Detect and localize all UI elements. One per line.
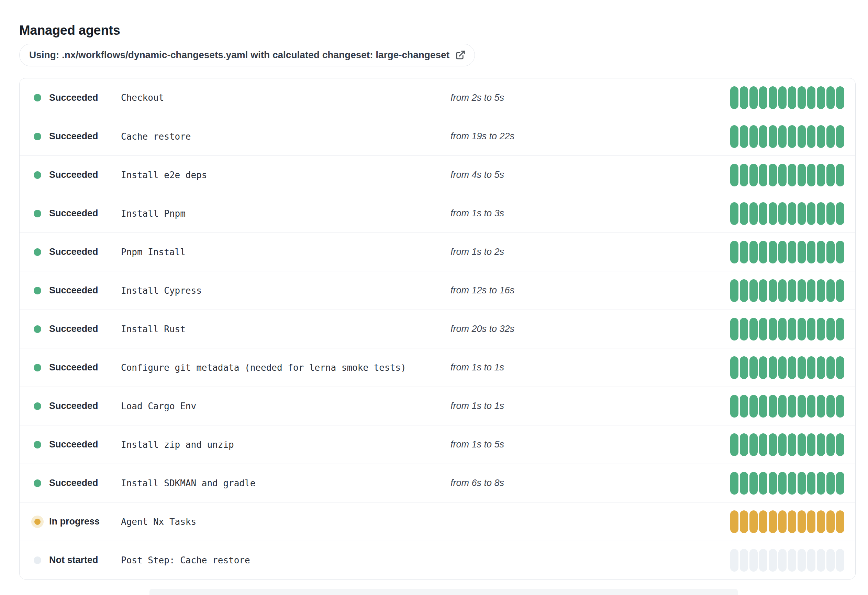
agent-progress-segment[interactable] <box>778 318 787 340</box>
step-row[interactable]: SucceededPnpm Installfrom 1s to 2s <box>19 232 855 271</box>
agent-progress-segment[interactable] <box>788 125 796 148</box>
agent-progress-segment[interactable] <box>769 279 777 302</box>
agent-progress-segment[interactable] <box>797 164 806 186</box>
agent-progress-segment[interactable] <box>778 433 787 456</box>
agent-progress-segment[interactable] <box>788 549 796 571</box>
agent-progress-segment[interactable] <box>797 433 806 456</box>
agent-progress-segment[interactable] <box>759 395 767 417</box>
agent-progress-segment[interactable] <box>797 511 806 533</box>
agent-progress-segment[interactable] <box>730 549 738 571</box>
agent-progress-segment[interactable] <box>730 472 738 494</box>
agent-progress-segment[interactable] <box>788 279 796 302</box>
agent-progress-segment[interactable] <box>740 472 748 494</box>
agent-progress-segment[interactable] <box>769 164 777 186</box>
agent-progress-segment[interactable] <box>769 86 777 109</box>
agent-progress-segment[interactable] <box>769 318 777 340</box>
agent-progress-segment[interactable] <box>740 511 748 533</box>
agent-progress-segment[interactable] <box>769 356 777 379</box>
agent-progress-segment[interactable] <box>817 549 825 571</box>
agent-progress-segment[interactable] <box>769 472 777 494</box>
agent-progress-segment[interactable] <box>730 86 738 109</box>
agent-progress-segment[interactable] <box>797 279 806 302</box>
agent-progress-segment[interactable] <box>740 202 748 225</box>
agent-progress-segment[interactable] <box>750 86 758 109</box>
step-row[interactable]: SucceededConfigure git metadata (needed … <box>19 348 855 386</box>
step-row[interactable]: SucceededLoad Cargo Envfrom 1s to 1s <box>19 386 855 425</box>
step-row[interactable]: SucceededCache restorefrom 19s to 22s <box>19 117 855 155</box>
step-row[interactable]: In progressAgent Nx Tasks <box>19 502 855 541</box>
agent-progress-segment[interactable] <box>836 549 844 571</box>
agent-progress-segment[interactable] <box>788 356 796 379</box>
agent-progress-segment[interactable] <box>730 164 738 186</box>
agent-progress-segment[interactable] <box>788 511 796 533</box>
agent-progress-segment[interactable] <box>759 86 767 109</box>
agent-progress-segment[interactable] <box>827 86 835 109</box>
agent-progress-segment[interactable] <box>759 279 767 302</box>
agent-progress-segment[interactable] <box>836 125 844 148</box>
agent-progress-segment[interactable] <box>730 511 738 533</box>
agent-progress-segment[interactable] <box>836 356 844 379</box>
agent-progress-segment[interactable] <box>807 395 815 417</box>
agent-progress-segment[interactable] <box>836 202 844 225</box>
agent-progress-segment[interactable] <box>759 511 767 533</box>
agent-progress-segment[interactable] <box>769 202 777 225</box>
agent-progress-segment[interactable] <box>730 356 738 379</box>
agent-progress-segment[interactable] <box>740 356 748 379</box>
agent-progress-segment[interactable] <box>817 164 825 186</box>
agent-progress-segment[interactable] <box>836 472 844 494</box>
agent-progress-segment[interactable] <box>827 164 835 186</box>
agent-progress-segment[interactable] <box>750 125 758 148</box>
agent-progress-segment[interactable] <box>759 549 767 571</box>
agent-progress-segment[interactable] <box>797 241 806 263</box>
agent-progress-segment[interactable] <box>807 472 815 494</box>
agent-progress-segment[interactable] <box>750 164 758 186</box>
agent-progress-segment[interactable] <box>740 395 748 417</box>
agent-progress-segment[interactable] <box>750 395 758 417</box>
agent-progress-segment[interactable] <box>759 164 767 186</box>
agent-progress-segment[interactable] <box>817 241 825 263</box>
agent-progress-segment[interactable] <box>827 549 835 571</box>
agent-progress-segment[interactable] <box>807 433 815 456</box>
agent-progress-segment[interactable] <box>750 549 758 571</box>
agent-progress-segment[interactable] <box>836 279 844 302</box>
agent-progress-segment[interactable] <box>836 433 844 456</box>
agent-progress-segment[interactable] <box>778 395 787 417</box>
agent-progress-segment[interactable] <box>788 86 796 109</box>
agent-progress-segment[interactable] <box>778 125 787 148</box>
agent-progress-segment[interactable] <box>759 472 767 494</box>
agent-progress-segment[interactable] <box>778 472 787 494</box>
agent-progress-segment[interactable] <box>750 433 758 456</box>
agent-progress-segment[interactable] <box>730 241 738 263</box>
agent-progress-segment[interactable] <box>769 395 777 417</box>
agent-progress-segment[interactable] <box>740 241 748 263</box>
agent-progress-segment[interactable] <box>788 318 796 340</box>
agent-progress-segment[interactable] <box>827 318 835 340</box>
agent-progress-segment[interactable] <box>759 318 767 340</box>
agent-progress-segment[interactable] <box>817 202 825 225</box>
agent-progress-segment[interactable] <box>807 125 815 148</box>
agent-progress-segment[interactable] <box>817 433 825 456</box>
agent-progress-segment[interactable] <box>740 279 748 302</box>
agent-progress-segment[interactable] <box>807 279 815 302</box>
agent-progress-segment[interactable] <box>740 164 748 186</box>
agent-progress-segment[interactable] <box>827 279 835 302</box>
agent-progress-segment[interactable] <box>797 472 806 494</box>
agent-progress-segment[interactable] <box>750 202 758 225</box>
agent-progress-segment[interactable] <box>788 395 796 417</box>
agent-progress-segment[interactable] <box>750 279 758 302</box>
agent-progress-segment[interactable] <box>797 86 806 109</box>
agent-progress-segment[interactable] <box>778 356 787 379</box>
agent-progress-segment[interactable] <box>778 202 787 225</box>
agent-progress-segment[interactable] <box>740 433 748 456</box>
agent-progress-segment[interactable] <box>788 241 796 263</box>
agent-progress-segment[interactable] <box>730 433 738 456</box>
workflow-banner-link[interactable]: Using: .nx/workflows/dynamic-changesets.… <box>19 44 475 67</box>
agent-progress-segment[interactable] <box>817 86 825 109</box>
agent-progress-segment[interactable] <box>817 318 825 340</box>
step-row[interactable]: SucceededInstall Pnpmfrom 1s to 3s <box>19 194 855 232</box>
agent-progress-segment[interactable] <box>827 125 835 148</box>
agent-progress-segment[interactable] <box>797 356 806 379</box>
agent-progress-segment[interactable] <box>797 318 806 340</box>
agent-progress-segment[interactable] <box>778 164 787 186</box>
agent-progress-segment[interactable] <box>817 125 825 148</box>
